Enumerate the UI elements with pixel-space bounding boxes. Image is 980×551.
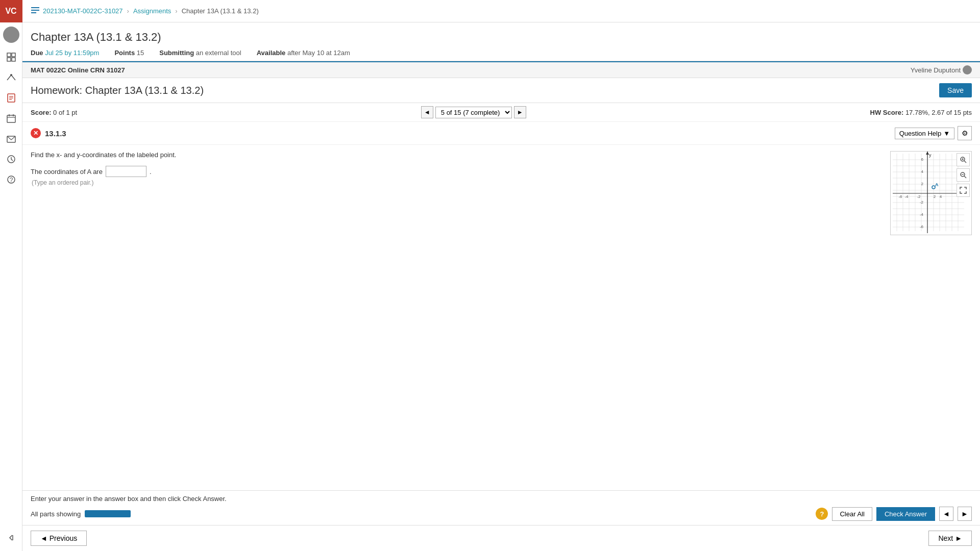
calendar-icon[interactable] [2,109,20,128]
question-dropdown[interactable]: 5 of 15 (7 complete) [435,107,512,118]
answer-input[interactable] [106,166,146,177]
assignment-title: Chapter 13A (13.1 & 13.2) [31,31,972,44]
history-icon[interactable] [2,150,20,168]
coordinate-graph: x y -6 -4 -2 2 4 6 4 2 [891,152,966,233]
wa-user-name: Yveline Duputont [911,66,961,74]
parts-label: All parts showing [31,510,81,518]
svg-rect-9 [7,115,15,122]
question-body: Find the x- and y-coordinates of the lab… [22,145,980,241]
question-area: ✕ 13.1.3 Question Help ▼ ⚙ Find the x- [22,122,980,490]
svg-rect-1 [12,53,15,57]
svg-line-26 [964,176,966,178]
hw-content: Homework: Chapter 13A (13.1 & 13.2) Save… [22,78,980,551]
question-nav: ◄ 5 of 15 (7 complete) ► [421,106,526,118]
inbox-icon[interactable] [2,130,20,148]
question-instruction: Find the x- and y-coordinates of the lab… [31,151,882,159]
svg-text:-2: -2 [920,200,924,205]
svg-text:-4: -4 [920,212,924,217]
hw-score-bar: Score: 0 of 1 pt ◄ 5 of 15 (7 complete) … [22,103,980,122]
previous-button[interactable]: ◄ Previous [31,531,87,546]
svg-point-4 [10,74,12,76]
svg-text:2: 2 [921,182,924,186]
svg-rect-3 [12,58,15,61]
bottom-right-controls: ? Clear All Check Answer ◄ ► [816,507,972,521]
check-answer-button[interactable]: Check Answer [876,507,935,521]
svg-text:-6: -6 [920,224,924,229]
svg-rect-0 [7,53,11,57]
breadcrumb-sep-2: › [175,7,177,15]
question-header: ✕ 13.1.3 Question Help ▼ ⚙ [22,122,980,145]
points-value: 15 [137,49,144,57]
avatar[interactable] [3,27,19,43]
question-left: Find the x- and y-coordinates of the lab… [31,151,882,235]
save-button[interactable]: Save [939,83,972,97]
zoom-in-button[interactable] [957,153,970,166]
bottom-bar: Enter your answer in the answer box and … [22,490,980,525]
breadcrumb-sep-1: › [127,7,129,15]
period: . [150,168,152,176]
hw-title: Homework: Chapter 13A (13.1 & 13.2) [31,85,204,96]
collapse-sidebar-icon[interactable] [2,529,20,547]
dashboard-icon[interactable] [2,48,20,66]
svg-text:?: ? [9,177,13,184]
svg-text:-4: -4 [904,194,909,199]
wa-user-avatar [963,65,972,74]
question-back-button[interactable]: ◄ [939,507,953,521]
hw-score-value: 17.78%, 2.67 of 15 pts [905,109,972,116]
score-display: Score: 0 of 1 pt [31,109,77,116]
question-prompt-text: The coordinates of A are [31,168,103,176]
question-forward-button[interactable]: ► [958,507,972,521]
submitting-label: Submitting [159,49,194,57]
help-icon[interactable]: ? [2,170,20,189]
parts-showing: All parts showing [31,510,131,518]
help-button[interactable]: ? [816,508,828,520]
available-label: Available [257,49,286,57]
submitting-meta: Submitting an external tool [159,49,241,57]
page-nav: ◄ Previous Next ► [22,525,980,551]
sidebar: VC ? [0,0,22,551]
breadcrumb-assignments[interactable]: Assignments [133,7,171,15]
points-label: Points [114,49,135,57]
breadcrumb-course[interactable]: 202130-MAT-0022C-31027 [43,7,123,15]
graph-container: x y -6 -4 -2 2 4 6 4 2 [890,151,972,235]
parts-progress-bar [85,510,131,517]
assignments-icon[interactable] [2,89,20,107]
svg-text:4: 4 [921,169,924,174]
svg-text:2: 2 [934,194,936,199]
question-controls: Question Help ▼ ⚙ [895,126,972,140]
nav-next-button[interactable]: ► [514,106,526,118]
svg-text:y: y [929,153,932,158]
svg-text:4: 4 [940,194,942,199]
sidebar-logo[interactable]: VC [0,0,22,22]
svg-text:-6: -6 [898,194,902,199]
nav-prev-button[interactable]: ◄ [421,106,433,118]
next-button[interactable]: Next ► [928,531,972,546]
expand-button[interactable] [957,184,970,197]
question-help-button[interactable]: Question Help ▼ [895,128,954,139]
due-value: Jul 25 by 11:59pm [45,49,99,57]
breadcrumb-current: Chapter 13A (13.1 & 13.2) [182,7,259,15]
settings-button[interactable]: ⚙ [958,126,972,140]
due-meta: Due Jul 25 by 11:59pm [31,49,99,57]
svg-line-22 [964,161,966,163]
svg-text:6: 6 [921,157,924,162]
wa-header: MAT 0022C Online CRN 31027 Yveline Duput… [22,62,980,78]
graph-tools [957,153,970,197]
wa-user: Yveline Duputont [911,65,972,74]
due-label: Due [31,49,43,57]
hw-score-right: HW Score: 17.78%, 2.67 of 15 pts [870,109,972,116]
available-value: after May 10 at 12am [287,49,350,57]
question-id-row: ✕ 13.1.3 [31,128,66,138]
webassign-frame: MAT 0022C Online CRN 31027 Yveline Duput… [22,61,980,551]
available-meta: Available after May 10 at 12am [257,49,350,57]
clear-all-button[interactable]: Clear All [832,507,872,521]
hw-title-bar: Homework: Chapter 13A (13.1 & 13.2) Save [22,78,980,103]
points-meta: Points 15 [114,49,144,57]
courses-icon[interactable] [2,68,20,87]
question-hint: (Type an ordered pair.) [32,179,882,186]
chevron-down-icon: ▼ [943,130,950,137]
score-left: Score: 0 of 1 pt [31,109,77,116]
zoom-out-button[interactable] [957,168,970,182]
bottom-instruction: Enter your answer in the answer box and … [31,495,972,503]
breadcrumb: 202130-MAT-0022C-31027 › Assignments › C… [22,0,980,22]
